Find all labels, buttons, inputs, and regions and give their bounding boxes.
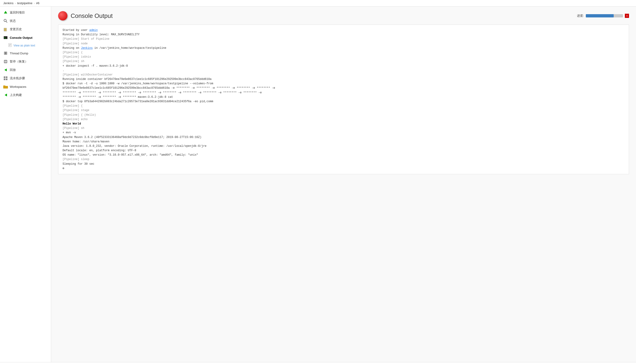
svg-marker-20 bbox=[5, 68, 7, 71]
svg-marker-27 bbox=[5, 94, 7, 96]
page-title: Console Output bbox=[71, 12, 113, 20]
sidebar-item-view-plain[interactable]: View as plain text bbox=[0, 42, 51, 49]
svg-rect-18 bbox=[5, 61, 5, 62]
sidebar-item-pause[interactable]: 暂停（恢复） bbox=[0, 58, 51, 66]
console-output: Started by user admin Running in Durabil… bbox=[58, 24, 629, 174]
pause-icon bbox=[3, 59, 8, 64]
breadcrumb-sep-2: › bbox=[34, 2, 35, 5]
sidebar-label-status: 状态 bbox=[10, 19, 16, 23]
svg-rect-21 bbox=[4, 76, 5, 78]
edit-icon bbox=[3, 27, 8, 32]
rewind-icon bbox=[3, 68, 8, 72]
svg-marker-0 bbox=[4, 11, 7, 14]
sidebar-item-back[interactable]: 返回到项目 bbox=[0, 8, 51, 17]
stop-button[interactable] bbox=[625, 14, 629, 18]
sidebar-label-thread-dump: Thread Dump bbox=[10, 52, 28, 55]
sidebar-label-workspaces: Workspaces bbox=[10, 85, 26, 88]
sidebar-label-replay: 回放 bbox=[10, 68, 16, 72]
sidebar-item-pipeline-steps[interactable]: 流水线步骤 bbox=[0, 74, 51, 82]
progress-bar-container bbox=[586, 14, 623, 18]
breadcrumb-build[interactable]: #6 bbox=[36, 2, 39, 5]
sidebar-label-console: Console Output bbox=[10, 36, 33, 40]
sidebar-item-workspaces[interactable]: Workspaces bbox=[0, 82, 51, 91]
console-icon: >_ bbox=[3, 35, 8, 40]
svg-rect-19 bbox=[6, 61, 7, 62]
svg-rect-17 bbox=[4, 60, 7, 63]
sidebar-item-thread-dump[interactable]: Thread Dump bbox=[0, 49, 51, 58]
page-title-area: Console Output bbox=[58, 11, 113, 20]
sidebar-item-prev-build[interactable]: 上次构建 bbox=[0, 91, 51, 99]
progress-area: 进度: bbox=[577, 14, 629, 18]
svg-rect-22 bbox=[6, 76, 8, 78]
sidebar-item-replay[interactable]: 回放 bbox=[0, 66, 51, 74]
sidebar-label-prev-build: 上次构建 bbox=[10, 93, 22, 97]
arrow-left-icon bbox=[3, 93, 8, 97]
progress-label: 进度: bbox=[577, 14, 584, 18]
sidebar-item-changes[interactable]: 变更历史 bbox=[0, 25, 51, 34]
svg-rect-24 bbox=[6, 78, 8, 80]
sidebar-label-pipeline-steps: 流水线步骤 bbox=[10, 76, 25, 80]
sidebar-label-back: 返回到项目 bbox=[10, 10, 25, 15]
progress-bar-fill bbox=[586, 14, 614, 18]
svg-text:>_: >_ bbox=[4, 37, 7, 39]
breadcrumb-sep-1: › bbox=[15, 2, 16, 5]
status-ball bbox=[58, 11, 68, 20]
admin-link[interactable]: admin bbox=[89, 28, 98, 32]
sidebar-item-console[interactable]: >_ Console Output bbox=[0, 34, 51, 42]
steps-icon bbox=[3, 76, 8, 80]
sidebar: 返回到项目 状态 变更历史 bbox=[0, 6, 51, 362]
breadcrumb-pipeline[interactable]: testpipeline bbox=[17, 2, 33, 5]
svg-rect-23 bbox=[4, 78, 5, 80]
doc-icon bbox=[8, 43, 12, 48]
arrow-up-icon bbox=[3, 10, 8, 15]
magnifier-icon bbox=[3, 18, 8, 23]
sidebar-item-status[interactable]: 状态 bbox=[0, 17, 51, 25]
sidebar-label-view-plain: View as plain text bbox=[14, 44, 35, 47]
breadcrumb: Jenkins › testpipeline › #6 bbox=[0, 0, 636, 6]
footer: 生成页面: 2020-4-13 上午09时16分02秒 REST API Jen… bbox=[0, 362, 636, 364]
thread-icon bbox=[3, 51, 8, 56]
svg-point-1 bbox=[4, 19, 6, 22]
svg-rect-26 bbox=[3, 86, 5, 86]
sidebar-label-pause: 暂停（恢复） bbox=[10, 60, 28, 64]
folder-icon bbox=[3, 84, 8, 89]
sidebar-label-changes: 变更历史 bbox=[10, 27, 22, 31]
jenkins-node-link[interactable]: Jenkins bbox=[81, 46, 93, 50]
page-header: Console Output 进度: bbox=[58, 11, 629, 20]
main-content: Console Output 进度: Started by user admin… bbox=[51, 6, 636, 362]
breadcrumb-jenkins[interactable]: Jenkins bbox=[3, 2, 14, 5]
svg-line-2 bbox=[6, 21, 7, 22]
